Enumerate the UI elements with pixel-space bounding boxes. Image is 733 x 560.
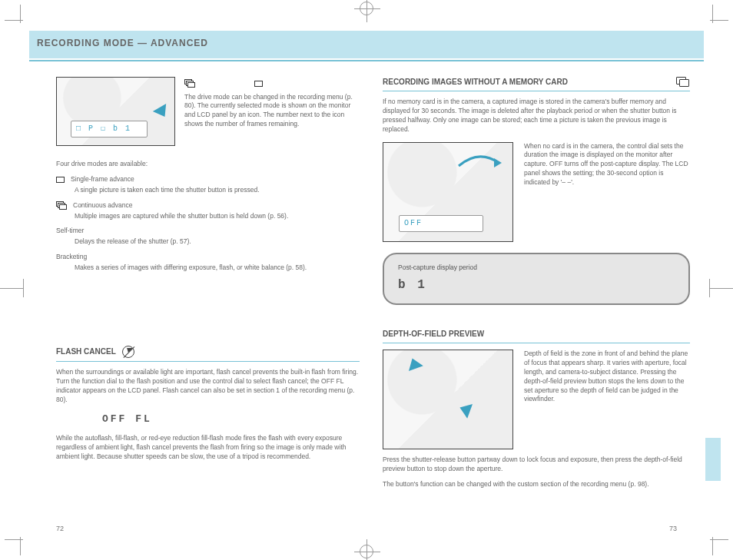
camera-dof-figure [383,350,513,449]
off-fl-indicator: OFF FL [102,413,360,426]
dof-body1: Depth of field is the zone in front of a… [524,350,690,404]
lcd-readout: □ P ☐ b 1 [71,121,148,138]
page-spread: RECORDING MODE — ADVANCED □ P ☐ b 1 The … [29,23,704,537]
page-number-right: 73 [669,524,677,534]
drive-mode-row: Single-frame advance [56,175,360,184]
pointer-arrow-icon [153,104,171,121]
rotate-arrow-icon [456,152,502,171]
info-panel: Post-capture display period b 1 [383,253,690,305]
no-card-body2: When no card is in the camera, the contr… [524,142,690,242]
single-frame-icon [56,177,65,183]
camera-dial-figure: OFF [383,142,513,242]
drive-mode-row: Continuous advance [56,201,360,210]
page-number-left: 72 [56,524,64,534]
section-header: RECORDING MODE — ADVANCED [37,37,208,50]
no-card-title-row: RECORDING IMAGES WITHOUT A MEMORY CARD [383,77,690,88]
continuous-advance-icon [56,201,67,210]
flash-cancel-title: FLASH CANCEL [56,346,360,358]
no-card-title: RECORDING IMAGES WITHOUT A MEMORY CARD [383,77,568,88]
flash-off-icon [122,346,134,358]
drive-mode-row: Bracketing [56,253,360,262]
flash-cancel-note: While the autoflash, fill-flash, or red-… [56,434,360,462]
lcd-readout: OFF [399,215,483,232]
drive-mode-row: Self-timer [56,227,360,236]
flash-cancel-body: When the surroundings or available light… [56,368,360,405]
thumb-tab [705,438,721,481]
single-frame-icon [254,81,263,87]
dof-title: DEPTH-OF-FIELD PREVIEW [383,329,690,340]
info-panel-label: Post-capture display period [398,263,675,273]
continuous-advance-icon [184,79,195,88]
drive-table-intro: Four drive modes are available: [56,160,360,169]
pointer-arrow-icon [405,356,423,371]
pointer-arrow-icon [457,400,473,419]
info-panel-value: b 1 [398,277,427,293]
no-card-body1: If no memory card is in the camera, a ca… [383,98,690,134]
memory-card-icon [676,77,690,88]
registration-mark-icon [360,545,373,558]
dof-note: The button's function can be changed wit… [383,480,690,489]
registration-mark-icon [360,2,373,15]
camera-lcd-figure: □ P ☐ b 1 [56,77,175,146]
dof-body2: Press the shutter-release button partway… [383,456,690,474]
